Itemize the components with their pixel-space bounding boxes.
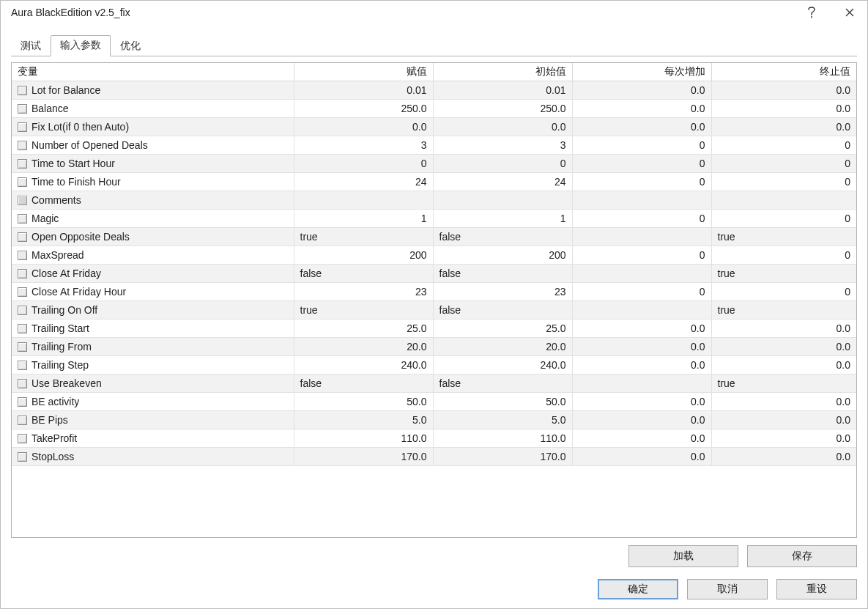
param-checkbox[interactable] — [18, 287, 27, 297]
col-variable[interactable]: 变量 — [12, 63, 294, 81]
cell-value[interactable]: 1 — [294, 210, 433, 228]
param-checkbox[interactable] — [18, 86, 27, 95]
table-row[interactable]: Balance250.0250.00.00.0 — [12, 100, 856, 118]
cell-variable[interactable]: Trailing Start — [12, 320, 294, 338]
cell-initial[interactable]: 170.0 — [433, 448, 572, 466]
cell-stop[interactable]: 0 — [711, 136, 856, 155]
cell-step[interactable] — [572, 191, 711, 210]
cell-initial[interactable]: 5.0 — [433, 411, 572, 429]
cell-step[interactable]: 0 — [572, 246, 711, 265]
tab-test[interactable]: 测试 — [11, 36, 51, 56]
cell-initial[interactable]: 110.0 — [433, 429, 572, 448]
cell-stop[interactable]: true — [711, 265, 856, 283]
tab-inputs[interactable]: 输入参数 — [51, 35, 111, 56]
cell-stop[interactable] — [711, 191, 856, 210]
cell-value[interactable]: 250.0 — [294, 100, 433, 118]
cell-variable[interactable]: Close At Friday Hour — [12, 283, 294, 301]
cell-step[interactable] — [572, 228, 711, 246]
table-row[interactable]: Number of Opened Deals3300 — [12, 136, 856, 155]
cell-step[interactable]: 0 — [572, 210, 711, 228]
cell-step[interactable]: 0.0 — [572, 448, 711, 466]
col-stop[interactable]: 终止值 — [711, 63, 856, 81]
reset-button[interactable]: 重设 — [776, 579, 857, 599]
cell-variable[interactable]: Trailing Step — [12, 356, 294, 374]
cell-initial[interactable] — [433, 191, 572, 210]
col-initial[interactable]: 初始值 — [433, 63, 572, 81]
cell-initial[interactable]: 200 — [433, 246, 572, 265]
cell-value[interactable]: 0.0 — [294, 118, 433, 136]
cell-initial[interactable]: 1 — [433, 210, 572, 228]
param-checkbox[interactable] — [18, 177, 27, 187]
table-row[interactable]: Open Opposite Dealstruefalsetrue — [12, 228, 856, 246]
cell-stop[interactable]: 0 — [711, 173, 856, 191]
table-row[interactable]: Trailing From20.020.00.00.0 — [12, 338, 856, 356]
cell-stop[interactable]: 0.0 — [711, 118, 856, 136]
cell-value[interactable]: 0.01 — [294, 81, 433, 100]
cell-step[interactable]: 0.0 — [572, 411, 711, 429]
param-checkbox[interactable] — [18, 251, 27, 260]
table-row[interactable]: TakeProfit110.0110.00.00.0 — [12, 429, 856, 448]
cell-value[interactable]: 170.0 — [294, 448, 433, 466]
cell-variable[interactable]: BE activity — [12, 393, 294, 411]
table-row[interactable]: Comments — [12, 191, 856, 210]
cell-variable[interactable]: BE Pips — [12, 411, 294, 429]
cell-step[interactable]: 0.0 — [572, 356, 711, 374]
cell-value[interactable]: 50.0 — [294, 393, 433, 411]
cell-initial[interactable]: 0 — [433, 155, 572, 173]
cell-step[interactable]: 0.0 — [572, 393, 711, 411]
cell-value[interactable]: 5.0 — [294, 411, 433, 429]
cell-variable[interactable]: Number of Opened Deals — [12, 136, 294, 155]
table-row[interactable]: Trailing On Offtruefalsetrue — [12, 301, 856, 320]
cell-variable[interactable]: Comments — [12, 191, 294, 210]
cell-initial[interactable]: false — [433, 301, 572, 320]
cell-variable[interactable]: StopLoss — [12, 448, 294, 466]
table-row[interactable]: Time to Finish Hour242400 — [12, 173, 856, 191]
param-checkbox[interactable] — [18, 416, 27, 425]
param-checkbox[interactable] — [18, 452, 27, 462]
cell-stop[interactable]: true — [711, 228, 856, 246]
cell-variable[interactable]: Trailing On Off — [12, 301, 294, 320]
cell-stop[interactable]: 0 — [711, 246, 856, 265]
cell-stop[interactable]: 0 — [711, 155, 856, 173]
cell-variable[interactable]: Magic — [12, 210, 294, 228]
param-checkbox[interactable] — [18, 104, 27, 114]
cell-step[interactable]: 0 — [572, 155, 711, 173]
cell-stop[interactable]: 0.0 — [711, 393, 856, 411]
cell-variable[interactable]: Open Opposite Deals — [12, 228, 294, 246]
cell-value[interactable]: 23 — [294, 283, 433, 301]
cell-variable[interactable]: Close At Friday — [12, 265, 294, 283]
cell-value[interactable]: 240.0 — [294, 356, 433, 374]
cell-step[interactable]: 0 — [572, 283, 711, 301]
cell-variable[interactable]: Trailing From — [12, 338, 294, 356]
cell-stop[interactable]: 0.0 — [711, 100, 856, 118]
cell-value[interactable]: false — [294, 374, 433, 393]
cell-step[interactable]: 0.0 — [572, 338, 711, 356]
help-button[interactable] — [801, 2, 822, 23]
param-checkbox[interactable] — [18, 141, 27, 150]
cell-step[interactable]: 0.0 — [572, 429, 711, 448]
cell-step[interactable]: 0 — [572, 136, 711, 155]
param-checkbox[interactable] — [18, 379, 27, 388]
cell-step[interactable]: 0.0 — [572, 100, 711, 118]
save-button[interactable]: 保存 — [747, 545, 857, 567]
cell-value[interactable]: 0 — [294, 155, 433, 173]
param-checkbox[interactable] — [18, 269, 27, 278]
col-value[interactable]: 赋值 — [294, 63, 433, 81]
cell-value[interactable]: true — [294, 301, 433, 320]
load-button[interactable]: 加载 — [628, 545, 738, 567]
cell-variable[interactable]: Balance — [12, 100, 294, 118]
table-row[interactable]: BE activity50.050.00.00.0 — [12, 393, 856, 411]
cell-initial[interactable]: false — [433, 228, 572, 246]
table-row[interactable]: Fix Lot(if 0 then Auto)0.00.00.00.0 — [12, 118, 856, 136]
table-row[interactable]: MaxSpread20020000 — [12, 246, 856, 265]
cell-step[interactable] — [572, 374, 711, 393]
table-row[interactable]: Close At Friday Hour232300 — [12, 283, 856, 301]
cell-value[interactable]: 24 — [294, 173, 433, 191]
cell-initial[interactable]: 25.0 — [433, 320, 572, 338]
table-row[interactable]: BE Pips5.05.00.00.0 — [12, 411, 856, 429]
cell-value[interactable]: true — [294, 228, 433, 246]
cell-stop[interactable]: 0.0 — [711, 338, 856, 356]
cell-initial[interactable]: 24 — [433, 173, 572, 191]
ok-button[interactable]: 确定 — [598, 579, 678, 599]
cell-value[interactable]: 200 — [294, 246, 433, 265]
